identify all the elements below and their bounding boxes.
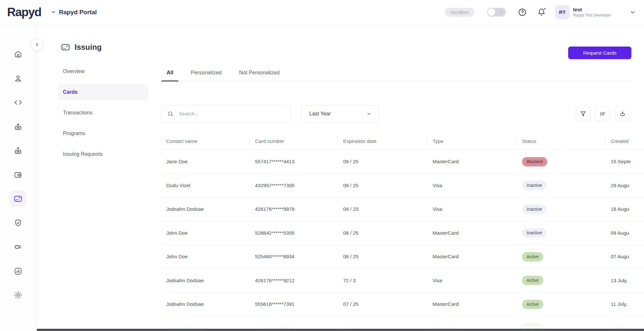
environment-toggle[interactable]: × [487,8,506,16]
user-name: test [573,6,611,13]
table-row[interactable]: Jodsahn Dodsae 426176******9212 72 / 3 V… [161,269,644,293]
status-badge: Active [522,252,543,262]
sidebar-item-pay-in[interactable] [10,115,26,139]
cell-created: 29 Augu [605,183,644,188]
main-content: Request Cards AllPersonalizedNot Persona… [161,24,644,331]
sidebar-item-home[interactable] [10,42,26,67]
filter-button[interactable] [576,106,590,121]
download-icon [619,111,626,117]
tab-all[interactable]: All [161,69,179,81]
table-row[interactable]: Jane Doe 557417******4413 09 / 25 Master… [161,150,644,174]
cell-type: MasterCard [427,230,516,236]
horizontal-scrollbar[interactable] [37,329,644,331]
cell-expiration-date: 08 / 25 [337,183,427,188]
subnav-item-label: Overview [63,69,85,74]
table-row[interactable]: John Doe 528642******5355 08 / 25 Master… [161,221,644,245]
cell-created: 13 July, [605,278,644,283]
portal-switcher[interactable]: Rapyd Portal [51,9,97,16]
cell-type: Visa [427,183,516,188]
cell-created: 07 Augu [605,254,644,260]
tab-not-personalized[interactable]: Not Personalized [234,69,285,81]
request-cards-button[interactable]: Request Cards [568,47,631,59]
sidebar-item-integration-plug[interactable] [10,235,26,259]
cell-card-number: 432957******7305 [249,183,337,188]
subnav-item-programs[interactable]: Programs [57,125,148,142]
cell-card-number: 426176******9212 [249,278,337,283]
wallet-icon [10,166,26,183]
tab-personalized[interactable]: Personalized [186,69,227,81]
user-menu-button[interactable] [630,9,636,15]
sidebar-item-wallet[interactable] [10,163,26,187]
sidebar-item-card-issuing[interactable] [10,187,26,211]
notifications-button[interactable] [537,8,546,16]
cell-type: MasterCard [427,254,516,260]
developer-code-icon [10,94,26,111]
status-badge: Inactive [522,205,547,214]
chevron-down-icon [51,10,56,15]
column-header-status: Status [516,133,605,150]
table-row[interactable]: Jodsahn Dodsae 426176******9979 08 / 23 … [161,198,644,221]
help-button[interactable] [518,8,526,16]
portal-title: Rapyd Portal [59,9,97,16]
cell-expiration-date: 07 / 25 [337,301,427,307]
cell-expiration-date: 08 / 25 [337,230,427,236]
table-actions [576,106,630,121]
user-avatar[interactable]: RT [555,5,569,19]
cell-status: Active [516,276,605,285]
date-filter-select[interactable]: Last Year [301,105,379,122]
subnav-item-transactions[interactable]: Transactions [57,105,148,121]
cell-card-number: 551161******8132 [249,325,337,329]
cell-created: 11 July, [605,301,644,307]
pay-out-icon [10,142,26,159]
settings-gear-icon [10,287,26,304]
table-row[interactable]: John Doe 525460******8934 08 / 25 Master… [161,245,644,269]
sidebar-item-analytics[interactable] [10,259,26,283]
sidebar-item-pay-out[interactable] [10,139,26,163]
cell-contact-name: Jane Doe [161,159,249,165]
funnel-icon [580,111,587,117]
table-row[interactable]: Jodsahn Dodsae 555618******7391 07 / 25 … [161,293,644,316]
page-title-text: Issuing [75,43,102,52]
sort-button[interactable] [595,106,610,121]
table-row[interactable]: Dudu Vizel 432957******7305 08 / 25 Visa… [161,174,644,198]
chevron-right-icon [35,42,40,47]
status-badge: Inactive [522,228,547,238]
chevron-down-icon [630,9,636,15]
status-badge: Inactive [522,181,547,190]
shield-check-icon [10,215,26,231]
top-bar: Rapyd Rapyd Portal Sandbox × [0,0,644,24]
cell-type: Visa [427,206,516,212]
subnav-item-label: Transactions [63,110,92,116]
cell-type: MasterCard [427,301,516,307]
home-icon [10,46,26,63]
status-badge: Blocked [522,157,547,166]
download-button[interactable] [615,106,630,121]
sort-icon [599,111,606,117]
user-meta: test Rapyd Test Developer [573,6,611,17]
sidebar-expand-button[interactable] [31,38,43,50]
top-bar-right: Sandbox × RT test Rapyd Test Developer [445,5,636,19]
status-badge: Active [522,300,543,309]
column-header-created: Created [605,133,644,150]
rapyd-logo: Rapyd [7,5,41,19]
search-input[interactable] [174,106,290,122]
subnav-item-label: Cards [63,89,77,95]
cell-card-number: 528642******5355 [249,230,337,236]
subnav-item-label: Programs [63,131,85,136]
cell-created: 11 July [605,325,644,329]
column-header-expiration-date: Expiration date [337,133,427,150]
subnav-item-overview[interactable]: Overview [57,63,148,80]
sidebar-item-settings-gear[interactable] [10,283,26,307]
notification-dot [543,7,546,10]
cell-card-number: 557417******4413 [249,159,337,165]
cell-expiration-date: 08 / 25 [337,254,427,260]
subnav-item-cards[interactable]: Cards [57,84,148,100]
integration-plug-icon [10,239,26,255]
analytics-icon [10,263,26,280]
sidebar-item-shield-check[interactable] [10,211,26,235]
subnav-item-issuing-requests[interactable]: Issuing Requests [57,146,148,162]
table-row[interactable]: Jodsahn Dodsae 551161******8132 07 / 25 … [161,316,644,329]
cell-status: Inactive [516,205,605,214]
sidebar-item-customers[interactable] [10,67,26,91]
sidebar-item-developer-code[interactable] [10,91,26,115]
